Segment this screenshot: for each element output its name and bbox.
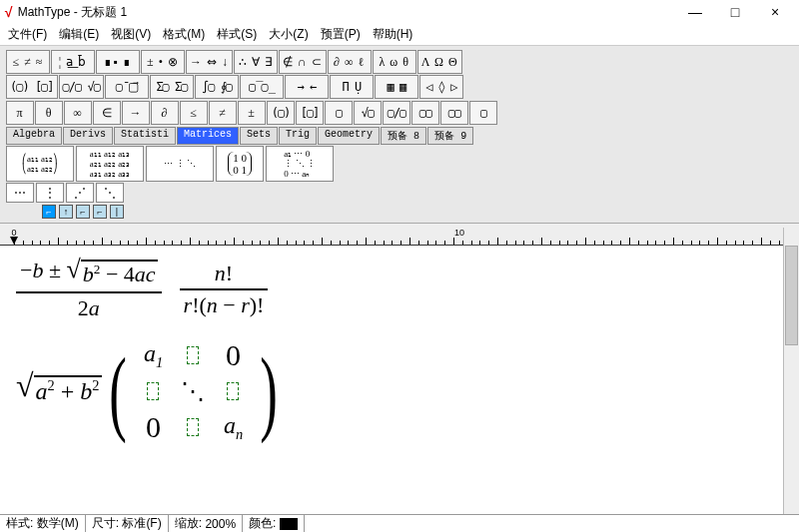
menu-size[interactable]: 大小(Z) bbox=[269, 26, 308, 43]
ellipsis-h[interactable]: ⋯ bbox=[6, 183, 34, 203]
matrix-template-3x3[interactable]: a₁₁ a₁₂ a₁₃ a₂₁ a₂₂ a₂₃ a₃₁ a₃₂ a₃₃ bbox=[76, 146, 144, 182]
tabstop-left-icon[interactable]: ⌐ bbox=[42, 205, 56, 219]
quick-symbol-row: π θ ∞ ∈ → ∂ ≤ ≠ ± (▢) [▢] ▢ √▢ ▢/▢ ▢▢ ▢▢… bbox=[6, 101, 793, 125]
palette-misc[interactable]: ∂ ∞ ℓ bbox=[328, 50, 372, 74]
tmpl-frac[interactable]: ▢/▢ bbox=[383, 101, 410, 125]
diagonal-matrix: a1 0 ⋱ 0 an bbox=[133, 337, 253, 445]
menu-format[interactable]: 格式(M) bbox=[163, 26, 205, 43]
template-fractions[interactable]: ▢/▢ √▢ bbox=[59, 75, 104, 99]
palette-greek-upper[interactable]: Λ Ω Θ bbox=[417, 50, 462, 74]
template-subscripts[interactable]: ▢̄ ▢⃗ bbox=[105, 75, 149, 99]
tab-derivs[interactable]: Derivs bbox=[63, 127, 113, 145]
close-button[interactable]: × bbox=[755, 0, 795, 24]
palette-relations[interactable]: ≤ ≠ ≈ bbox=[6, 50, 50, 74]
tabstop-right-icon[interactable]: ⌐ bbox=[76, 205, 90, 219]
tab-statisti[interactable]: Statisti bbox=[114, 127, 176, 145]
status-size[interactable]: 尺寸: 标准(F) bbox=[86, 515, 169, 532]
palette-spaces[interactable]: ¦ a͟ b̄ bbox=[51, 50, 95, 74]
tmpl-slot[interactable]: ▢ bbox=[325, 101, 353, 125]
minimize-button[interactable]: — bbox=[675, 0, 715, 24]
sym-infinity[interactable]: ∞ bbox=[64, 101, 92, 125]
tmpl-sqrt[interactable]: √▢ bbox=[354, 101, 382, 125]
sym-pi[interactable]: π bbox=[6, 101, 34, 125]
palette-embellish[interactable]: ∎▪ ∎ bbox=[96, 50, 140, 74]
matrix-template-identity[interactable]: 1 00 1 bbox=[216, 146, 264, 182]
template-fences[interactable]: (▢) [▢] bbox=[6, 75, 58, 99]
matrix-template-dots[interactable]: ⋯ ⋮ ⋱ bbox=[146, 146, 214, 182]
matrix-slot[interactable] bbox=[187, 346, 199, 364]
menu-prefs[interactable]: 预置(P) bbox=[321, 26, 361, 43]
tmpl-box[interactable]: ▢ bbox=[469, 101, 497, 125]
category-tabs: Algebra Derivs Statisti Matrices Sets Tr… bbox=[6, 127, 793, 145]
tab-sets[interactable]: Sets bbox=[240, 127, 278, 145]
palette-operators[interactable]: ± • ⊗ bbox=[141, 50, 185, 74]
ruler-label-0: 0 bbox=[11, 228, 16, 238]
vertical-scrollbar[interactable] bbox=[783, 228, 799, 514]
toolbar-area: ≤ ≠ ≈ ¦ a͟ b̄ ∎▪ ∎ ± • ⊗ → ⇔ ↓ ∴ ∀ ∃ ∉ ∩… bbox=[0, 46, 799, 224]
status-bar: 样式: 数学(M) 尺寸: 标准(F) 缩放: 200% 颜色: bbox=[0, 514, 799, 532]
sym-element[interactable]: ∈ bbox=[93, 101, 121, 125]
menu-style[interactable]: 样式(S) bbox=[217, 26, 257, 43]
ellipsis-down[interactable]: ⋱ bbox=[96, 183, 124, 203]
ruler-label-10: 10 bbox=[454, 228, 464, 238]
tab-stop-icons: ⌐ ↑ ⌐ ⌐ | bbox=[42, 205, 793, 219]
tmpl-brackets[interactable]: [▢] bbox=[296, 101, 324, 125]
tab-slot8[interactable]: 预备 8 bbox=[381, 127, 426, 145]
tmpl-sup[interactable]: ▢▢ bbox=[411, 101, 439, 125]
sym-arrow[interactable]: → bbox=[122, 101, 150, 125]
template-integrals[interactable]: ∫▢ ∮▢ bbox=[195, 75, 239, 99]
formula-row-2: √ a2 + b2 ( a1 0 ⋱ 0 an ) bbox=[16, 337, 789, 445]
tmpl-parens[interactable]: (▢) bbox=[267, 101, 295, 125]
tab-algebra[interactable]: Algebra bbox=[6, 127, 62, 145]
template-boxes[interactable]: ◁ ◊ ▷ bbox=[419, 75, 463, 99]
tab-geometry[interactable]: Geometry bbox=[318, 127, 380, 145]
scrollbar-thumb[interactable] bbox=[785, 246, 798, 345]
sym-theta[interactable]: θ bbox=[35, 101, 63, 125]
template-sums[interactable]: Σ▢ Σ▢ bbox=[150, 75, 194, 99]
status-color[interactable]: 颜色: bbox=[243, 515, 305, 532]
status-style[interactable]: 样式: 数学(M) bbox=[0, 515, 86, 532]
tabstop-center-icon[interactable]: ↑ bbox=[59, 205, 73, 219]
palette-arrows[interactable]: → ⇔ ↓ bbox=[186, 50, 233, 74]
tab-slot9[interactable]: 预备 9 bbox=[427, 127, 473, 145]
tab-matrices[interactable]: Matrices bbox=[177, 127, 239, 145]
ellipsis-v[interactable]: ⋮ bbox=[36, 183, 64, 203]
sym-leq[interactable]: ≤ bbox=[180, 101, 208, 125]
template-palette-row2: (▢) [▢] ▢/▢ √▢ ▢̄ ▢⃗ Σ▢ Σ▢ ∫▢ ∮▢ ▢̅ ▢̲ →… bbox=[6, 75, 793, 99]
tabstop-bar-icon[interactable]: | bbox=[110, 205, 124, 219]
palette-greek-lower[interactable]: λ ω θ bbox=[373, 50, 416, 74]
template-overbar[interactable]: ▢̅ ▢̲ bbox=[240, 75, 284, 99]
tab-trig[interactable]: Trig bbox=[279, 127, 317, 145]
template-labeled-arrows[interactable]: → ← bbox=[285, 75, 329, 99]
menu-view[interactable]: 视图(V) bbox=[111, 26, 151, 43]
formula-row-1: −b ± √b2 − 4ac 2a n! r!(n − r)! bbox=[16, 258, 789, 321]
tmpl-sub[interactable]: ▢▢ bbox=[440, 101, 468, 125]
matrix-slot[interactable] bbox=[227, 382, 239, 400]
equation-canvas[interactable]: −b ± √b2 − 4ac 2a n! r!(n − r)! √ a2 + b… bbox=[0, 246, 799, 517]
matrices-panel: ⎛a₁₁ a₁₂⎞ ⎝a₂₁ a₂₂⎠ a₁₁ a₁₂ a₁₃ a₂₁ a₂₂ … bbox=[6, 146, 793, 182]
sym-pm[interactable]: ± bbox=[238, 101, 266, 125]
template-products[interactable]: Π Ụ bbox=[330, 75, 374, 99]
template-matrices[interactable]: ▦ ▦ bbox=[375, 75, 418, 99]
sym-neq[interactable]: ≠ bbox=[209, 101, 237, 125]
ruler[interactable]: 0 10 bbox=[0, 224, 799, 246]
palette-settheory[interactable]: ∉ ∩ ⊂ bbox=[279, 50, 327, 74]
maximize-button[interactable]: □ bbox=[715, 0, 755, 24]
tabstop-decimal-icon[interactable]: ⌐ bbox=[93, 205, 107, 219]
ellipsis-up[interactable]: ⋰ bbox=[66, 183, 94, 203]
matrix-slot[interactable] bbox=[187, 418, 199, 436]
matrix-slot[interactable] bbox=[147, 382, 159, 400]
matrix-template-diag[interactable]: a₁ ⋯ 0 ⋮ ⋱ ⋮ 0 ⋯ aₙ bbox=[266, 146, 334, 182]
status-zoom[interactable]: 缩放: 200% bbox=[169, 515, 243, 532]
binomial-formula: n! r!(n − r)! bbox=[180, 261, 269, 318]
palette-logic[interactable]: ∴ ∀ ∃ bbox=[234, 50, 278, 74]
title-bar: √ MathType - 无标题 1 — □ × bbox=[0, 0, 799, 24]
color-swatch bbox=[280, 518, 298, 530]
matrix-template-2x2[interactable]: ⎛a₁₁ a₁₂⎞ ⎝a₂₁ a₂₂⎠ bbox=[6, 146, 74, 182]
menu-file[interactable]: 文件(F) bbox=[8, 26, 47, 43]
sym-partial[interactable]: ∂ bbox=[151, 101, 179, 125]
menu-help[interactable]: 帮助(H) bbox=[373, 26, 413, 43]
quadratic-formula: −b ± √b2 − 4ac 2a bbox=[16, 258, 162, 321]
app-icon: √ bbox=[4, 4, 12, 20]
menu-edit[interactable]: 编辑(E) bbox=[59, 26, 99, 43]
